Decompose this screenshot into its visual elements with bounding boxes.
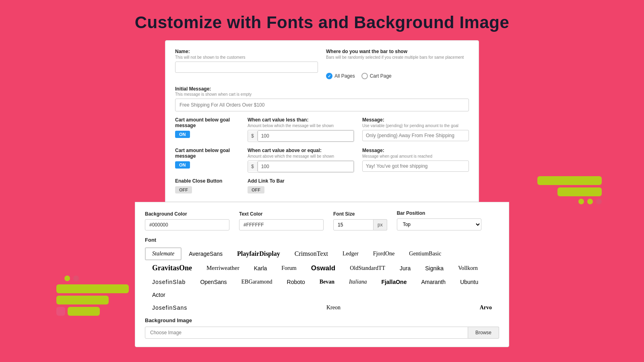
cart-below-label: Cart amount below goal message xyxy=(175,117,239,128)
cart-above-input-group: $ xyxy=(248,160,354,173)
bg-image-label: Background Image xyxy=(145,317,499,323)
px-label: px xyxy=(374,219,387,230)
bg-color-input[interactable] xyxy=(145,219,229,230)
deco-shape-pink-1 xyxy=(56,307,65,316)
font-item-averagesans[interactable]: AverageSans xyxy=(182,247,230,260)
font-item-italiana[interactable]: Italiana xyxy=(342,276,374,288)
initial-message-label: Initial Message: xyxy=(175,86,211,92)
form-row-cart-above: Cart amount below goal message ON When c… xyxy=(175,148,469,173)
deco-shape-green-2 xyxy=(56,296,109,304)
enable-close-group: Enable Close Button OFF xyxy=(175,178,239,193)
font-item-crimsontext[interactable]: CrimsonText xyxy=(287,247,335,261)
font-item-actor[interactable]: Actor xyxy=(145,288,173,301)
font-item-bevan[interactable]: Bevan xyxy=(312,276,342,288)
message-above-input[interactable] xyxy=(362,160,469,172)
text-color-label: Text Color xyxy=(239,211,324,217)
add-link-toggle[interactable]: OFF xyxy=(248,186,264,193)
font-item-vollkorn[interactable]: Vollkorn xyxy=(451,262,485,275)
bar-position-select[interactable]: Top Bottom xyxy=(397,218,481,230)
name-label: Name: xyxy=(175,49,318,54)
font-row-4: JosefinSans Kreon Arvo xyxy=(145,301,499,314)
bar-show-label: Where do you want the bar to show xyxy=(326,49,469,54)
font-section: Font Stalemate AverageSans PlayfairDispl… xyxy=(145,237,499,314)
cart-above-prefix: $ xyxy=(248,162,258,171)
cart-less-input-group: $ xyxy=(248,130,354,142)
cart-below-toggle[interactable]: ON xyxy=(175,131,190,138)
font-item-signika[interactable]: Signika xyxy=(418,262,451,275)
form-row-buttons: Enable Close Button OFF Add Link To Bar … xyxy=(175,178,469,193)
when-cart-less-sublabel: Amount below which the message will be s… xyxy=(248,123,354,128)
bar-show-group: Where do you want the bar to show Bars w… xyxy=(326,49,469,79)
font-item-kreon[interactable]: Kreon xyxy=(319,301,348,314)
when-cart-less-group: When cart value less than: Amount below … xyxy=(248,117,354,142)
font-item-ubuntu[interactable]: Ubuntu xyxy=(453,276,485,288)
page-title: Customize with Fonts and Background Imag… xyxy=(0,0,644,40)
font-item-gravitasone[interactable]: GravitasOne xyxy=(145,261,199,276)
initial-message-sublabel: This message is shown when cart is empty xyxy=(175,92,469,97)
bg-image-input[interactable] xyxy=(145,327,468,339)
cart-above-input[interactable] xyxy=(258,161,354,172)
font-size-input[interactable] xyxy=(333,219,374,230)
form-row-1: Name: This will not be shown to the cust… xyxy=(175,49,469,79)
add-link-group: Add Link To Bar OFF xyxy=(248,178,469,193)
deco-dot-green-tr-2 xyxy=(587,199,593,204)
name-input[interactable] xyxy=(175,62,318,73)
cart-less-input[interactable] xyxy=(258,130,354,142)
font-size-label: Font Size xyxy=(333,211,387,217)
font-item-josefinslab[interactable]: JosefinSlab xyxy=(145,276,193,288)
form-row-cart-below: Cart amount below goal message ON When c… xyxy=(175,117,469,142)
font-item-josefinsans[interactable]: JosefinSans xyxy=(145,301,194,314)
enable-close-label: Enable Close Button xyxy=(175,178,239,184)
deco-shape-green-tr-1 xyxy=(537,176,602,185)
radio-all-pages[interactable]: All Pages xyxy=(326,73,355,79)
when-cart-above-sublabel: Amount above which the message will be s… xyxy=(248,154,354,158)
add-link-toggle-wrap: OFF xyxy=(248,186,469,193)
name-group: Name: This will not be shown to the cust… xyxy=(175,49,318,79)
browse-button[interactable]: Browse xyxy=(468,327,499,339)
text-color-group: Text Color xyxy=(239,211,324,230)
font-item-jura[interactable]: Jura xyxy=(392,262,418,275)
font-item-playfairdisplay[interactable]: PlayfairDisplay xyxy=(230,247,287,261)
bottom-panel: Background Color Text Color Font Size px… xyxy=(135,202,509,347)
initial-message-group: Initial Message: This message is shown w… xyxy=(175,85,469,111)
font-item-opensans[interactable]: OpenSans xyxy=(193,276,234,288)
bar-position-label: Bar Position xyxy=(397,210,481,216)
font-item-arvo[interactable]: Arvo xyxy=(473,301,499,314)
font-item-forum[interactable]: Forum xyxy=(274,262,303,275)
bar-show-sublabel: Bars will be randomly selected if you cr… xyxy=(326,55,469,60)
cart-below-toggle-wrap: ON xyxy=(175,131,239,138)
radio-cart-page[interactable]: Cart Page xyxy=(361,73,392,79)
cart-less-prefix: $ xyxy=(248,131,258,141)
bg-image-row: Browse xyxy=(145,327,499,339)
bottom-row-colors: Background Color Text Color Font Size px… xyxy=(145,210,499,230)
message-below-input[interactable] xyxy=(362,130,469,141)
enable-close-toggle[interactable]: OFF xyxy=(175,186,192,193)
font-item-oswald[interactable]: Oswald xyxy=(304,261,343,276)
font-item-karla[interactable]: Karla xyxy=(247,262,275,275)
font-item-stalemate[interactable]: Stalemate xyxy=(145,247,182,260)
bg-image-section: Background Image Browse xyxy=(145,317,499,339)
bg-color-label: Background Color xyxy=(145,211,229,217)
font-item-oldstandardtt[interactable]: OldStandardTT xyxy=(343,262,392,275)
font-item-ledger[interactable]: Ledger xyxy=(335,247,366,260)
font-item-amaranth[interactable]: Amaranth xyxy=(414,276,453,288)
deco-dot-pink-tr xyxy=(596,199,602,204)
font-item-fjordone[interactable]: FjordOne xyxy=(366,247,402,260)
font-section-label: Font xyxy=(145,237,499,243)
message-below-sublabel: Use variable {pending} for pending amoun… xyxy=(362,123,469,128)
cart-below-group: Cart amount below goal message ON xyxy=(175,117,239,142)
cart-above-toggle[interactable]: ON xyxy=(175,161,190,169)
add-link-label: Add Link To Bar xyxy=(248,178,469,184)
font-item-ebgaramond[interactable]: EBGaramond xyxy=(234,276,280,288)
font-item-fjallaone[interactable]: FjallaOne xyxy=(374,276,414,288)
text-color-input[interactable] xyxy=(239,219,324,230)
font-item-merriweather[interactable]: Merriweather xyxy=(199,261,247,275)
when-cart-above-group: When cart value above or equal: Amount a… xyxy=(248,148,354,173)
when-cart-above-label: When cart value above or equal: xyxy=(248,148,354,153)
font-item-roboto[interactable]: Roboto xyxy=(280,276,312,288)
cart-above-group: Cart amount below goal message ON xyxy=(175,148,239,173)
deco-shape-green-tr-2 xyxy=(557,187,602,196)
deco-shape-green-3 xyxy=(68,307,100,316)
initial-message-input[interactable] xyxy=(175,99,469,111)
font-item-gentiumbasic[interactable]: GentiumBasic xyxy=(402,247,448,260)
